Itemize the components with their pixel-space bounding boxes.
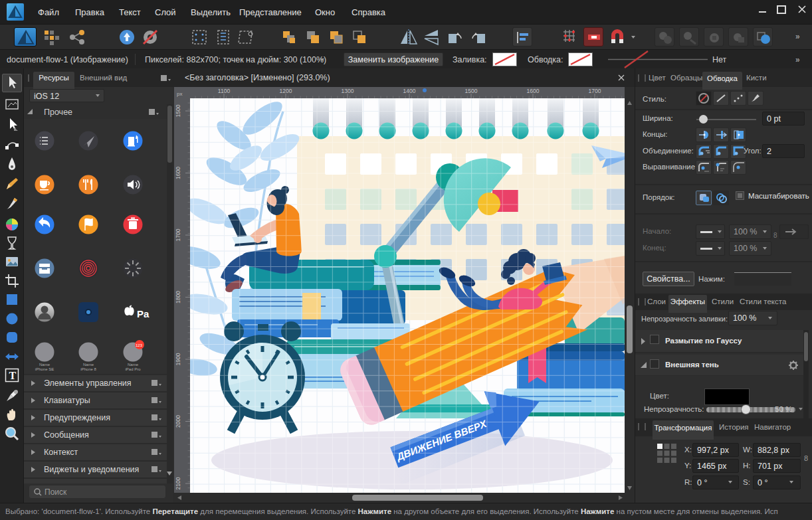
svg-text:1100: 1100: [218, 88, 231, 94]
svg-text:1500: 1500: [465, 88, 478, 94]
svg-text:2100: 2100: [175, 477, 181, 489]
svg-text:1300: 1300: [342, 88, 354, 94]
svg-text:1500: 1500: [175, 104, 181, 117]
svg-text:2000: 2000: [175, 415, 181, 428]
svg-text:iPad Pro: iPad Pro: [125, 367, 141, 371]
svg-text:123: 123: [136, 343, 143, 347]
svg-text:Pa: Pa: [137, 308, 150, 319]
svg-text:1600: 1600: [527, 88, 540, 94]
svg-text:1400: 1400: [403, 88, 416, 94]
svg-text:Name: Name: [39, 363, 51, 367]
svg-text:1900: 1900: [175, 353, 181, 365]
svg-text:T: T: [9, 370, 17, 381]
svg-text:1600: 1600: [175, 167, 181, 179]
svg-text:Name: Name: [128, 363, 139, 367]
svg-text:iPhone SE: iPhone SE: [35, 367, 54, 371]
svg-text:1800: 1800: [175, 291, 181, 303]
svg-text:1700: 1700: [589, 88, 601, 94]
svg-text:iPhone 8: iPhone 8: [80, 367, 96, 371]
svg-text:1200: 1200: [280, 88, 292, 94]
svg-text:1700: 1700: [175, 228, 181, 241]
svg-text:Name: Name: [83, 363, 94, 367]
